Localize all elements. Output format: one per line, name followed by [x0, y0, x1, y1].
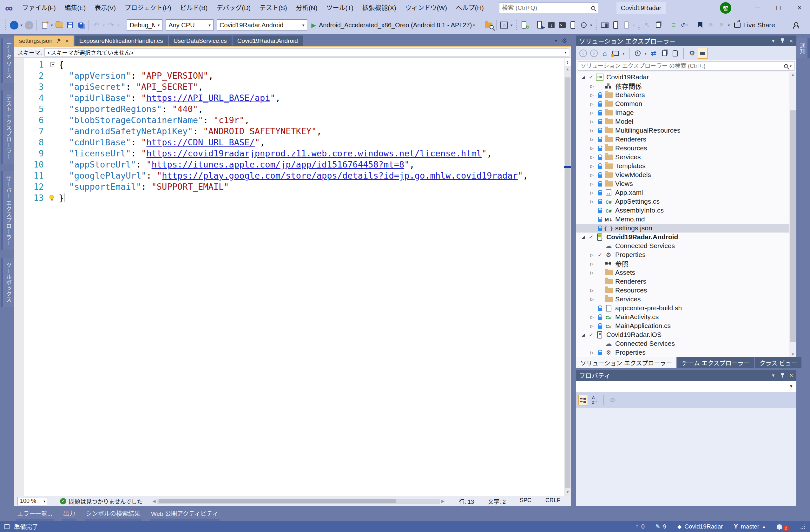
- menu-item[interactable]: 拡張機能(X): [358, 0, 401, 16]
- pin-icon[interactable]: [57, 39, 62, 43]
- tree-scrollbar[interactable]: ▲ ▼: [789, 72, 796, 357]
- bottom-panel-tab[interactable]: エラー一覧...: [16, 508, 54, 522]
- tree-item-views[interactable]: ▷Views: [576, 179, 796, 188]
- toolbar-grip[interactable]: [638, 20, 640, 30]
- window-position-dropdown[interactable]: ▼: [771, 373, 775, 378]
- outlining-margin[interactable]: [48, 59, 59, 70]
- maximize-button[interactable]: □: [768, 0, 789, 16]
- tree-item-connected-services[interactable]: Connected Services: [576, 339, 796, 348]
- undo-dropdown[interactable]: ▾: [102, 23, 106, 28]
- scroll-up-arrow[interactable]: ▲: [789, 72, 796, 77]
- tree-item--[interactable]: ▷参照: [576, 259, 796, 268]
- code-line[interactable]: 6 "blobStorageContainerName": "c19r",: [24, 114, 564, 126]
- code-line[interactable]: 9 "licenseUrl": "https://covid19radarjpn…: [24, 148, 564, 159]
- ios-device-button[interactable]: [621, 19, 632, 31]
- startup-project-dropdown[interactable]: Covid19Radar.Android▾: [217, 19, 307, 31]
- categorized-view-button[interactable]: [578, 394, 588, 405]
- solution-configuration-dropdown[interactable]: Debug_M▾: [127, 19, 163, 31]
- tree-item-appcenter-pre-build-sh[interactable]: appcenter-pre-build.sh: [576, 304, 796, 312]
- menu-item[interactable]: ビルド(B): [176, 0, 212, 16]
- scrollbar-thumb[interactable]: [159, 499, 396, 503]
- tree-item-appsettings-cs[interactable]: ▷AppSettings.cs: [576, 197, 796, 206]
- tree-item-model[interactable]: ▷Model: [576, 117, 796, 126]
- expander-icon[interactable]: ▷: [588, 101, 596, 106]
- editor-vertical-scrollbar[interactable]: ↕ ▲ ▼: [564, 58, 571, 496]
- device-tools-dropdown[interactable]: ▾: [589, 23, 593, 28]
- menu-item[interactable]: ヘルプ(H): [452, 0, 488, 16]
- scroll-down-arrow[interactable]: ▼: [789, 352, 796, 357]
- se-home-button[interactable]: ⌂: [600, 48, 610, 59]
- pending-edits-indicator[interactable]: ✎9: [655, 523, 667, 530]
- editor-zoom-dropdown[interactable]: 100 %▾: [17, 497, 48, 505]
- expander-icon[interactable]: ◢: [579, 235, 587, 240]
- expander-icon[interactable]: ◢: [579, 75, 587, 80]
- tree-item-services[interactable]: ▷Services: [576, 295, 796, 304]
- tree-item-covid19radar-android[interactable]: ◢✓Covid19Radar.Android: [576, 232, 796, 241]
- collapse-region-box[interactable]: [50, 62, 55, 67]
- toolbar-grip[interactable]: [595, 20, 597, 30]
- se-back-button[interactable]: ‹: [578, 48, 588, 59]
- document-tab[interactable]: UserDataService.cs: [169, 35, 232, 46]
- tree-item-services[interactable]: ▷Services: [576, 152, 796, 161]
- menu-item[interactable]: ツール(T): [322, 0, 358, 16]
- tree-item-multilingualresources[interactable]: ▷MultilingualResources: [576, 126, 796, 135]
- code-line[interactable]: 1{: [24, 59, 564, 70]
- home-button[interactable]: ⌂: [499, 19, 509, 31]
- scroll-left-arrow[interactable]: ◀: [151, 499, 157, 503]
- bottom-panel-tab[interactable]: 出力: [62, 508, 77, 522]
- code-text-area[interactable]: 1{2 "appVersion": "APP_VERSION",3 "apiSe…: [24, 58, 564, 496]
- close-button[interactable]: ×: [789, 0, 810, 16]
- next-bookmark-button[interactable]: ⚑: [716, 19, 727, 31]
- outlining-margin[interactable]: [48, 137, 59, 148]
- close-icon[interactable]: ×: [789, 37, 793, 45]
- tree-item-image[interactable]: ▷Image: [576, 108, 796, 117]
- tree-item-settings-json[interactable]: settings.json: [576, 224, 796, 232]
- navigate-back-button[interactable]: ←: [9, 19, 20, 31]
- code-line[interactable]: 7 "androidSafetyNetApiKey": "ANDROID_SAF…: [24, 126, 564, 137]
- expander-icon[interactable]: ▷: [588, 173, 596, 177]
- deploy-to-device-button[interactable]: ▶: [535, 19, 546, 31]
- notifications-button[interactable]: 2: [777, 522, 789, 531]
- refresh-device-button[interactable]: ↻: [520, 19, 531, 31]
- sync-with-active-document-button[interactable]: ⇄: [649, 48, 658, 59]
- side-tab[interactable]: データ ソース: [1, 38, 14, 83]
- undo-button[interactable]: ↶: [91, 19, 102, 31]
- outlining-margin[interactable]: [48, 81, 59, 92]
- toolbar-grip[interactable]: [4, 20, 7, 30]
- pending-changes-filter-button[interactable]: [633, 48, 643, 59]
- tree-item-mainactivity-cs[interactable]: ▷MainActivity.cs: [576, 312, 796, 321]
- code-line[interactable]: 3 "apiSecret": "API_SECRET",: [24, 81, 564, 92]
- code-line[interactable]: 8 "cdnUrlBase": "https://CDN_URL_BASE/",: [24, 137, 564, 148]
- document-list-dropdown[interactable]: ▾: [555, 38, 557, 43]
- toolbar-grip[interactable]: [515, 20, 518, 30]
- document-tab[interactable]: settings.json×: [14, 35, 74, 46]
- expander-icon[interactable]: ▷: [588, 270, 596, 275]
- tree-item-behaviors[interactable]: ▷Behaviors: [576, 91, 796, 99]
- outlining-margin[interactable]: [48, 181, 59, 192]
- expander-icon[interactable]: ▷: [588, 84, 596, 88]
- alphabetical-sort-button[interactable]: AZ↓: [590, 394, 599, 405]
- scroll-up-arrow[interactable]: ▲: [566, 66, 569, 72]
- expander-icon[interactable]: ▷: [588, 155, 596, 160]
- expander-icon[interactable]: ▷: [588, 119, 596, 124]
- expander-icon[interactable]: ▷: [588, 253, 596, 257]
- expander-icon[interactable]: ▷: [588, 181, 596, 186]
- side-tab[interactable]: ツールボックス: [1, 258, 14, 307]
- show-all-files-button[interactable]: [670, 48, 680, 59]
- ios-tools-dropdown[interactable]: ▾: [632, 23, 636, 28]
- outlining-margin[interactable]: [48, 148, 59, 159]
- properties-object-dropdown[interactable]: ▼: [576, 381, 796, 392]
- outlining-margin[interactable]: [48, 159, 59, 170]
- bottom-panel-tab[interactable]: Web 公開アクティビティ: [150, 508, 220, 522]
- expander-icon[interactable]: ▷: [588, 128, 596, 133]
- find-in-files-button[interactable]: [483, 19, 494, 31]
- property-pages-button[interactable]: ⚙: [608, 394, 617, 405]
- previous-bookmark-button[interactable]: ⚑: [705, 19, 716, 31]
- line-ending-indicator[interactable]: CRLF: [546, 497, 560, 505]
- code-line[interactable]: 10 "appStoreUrl": "https://itunes.apple.…: [24, 159, 564, 170]
- format-document-button[interactable]: ≡: [668, 19, 679, 31]
- schema-dropdown[interactable]: <スキーマが選択されていません> ▾: [45, 48, 569, 57]
- properties-button[interactable]: ⚙: [687, 48, 697, 59]
- code-line[interactable]: 4 "apiUrlBase": "https://API_URL_BASE/ap…: [24, 92, 564, 103]
- outlining-margin[interactable]: [48, 103, 59, 114]
